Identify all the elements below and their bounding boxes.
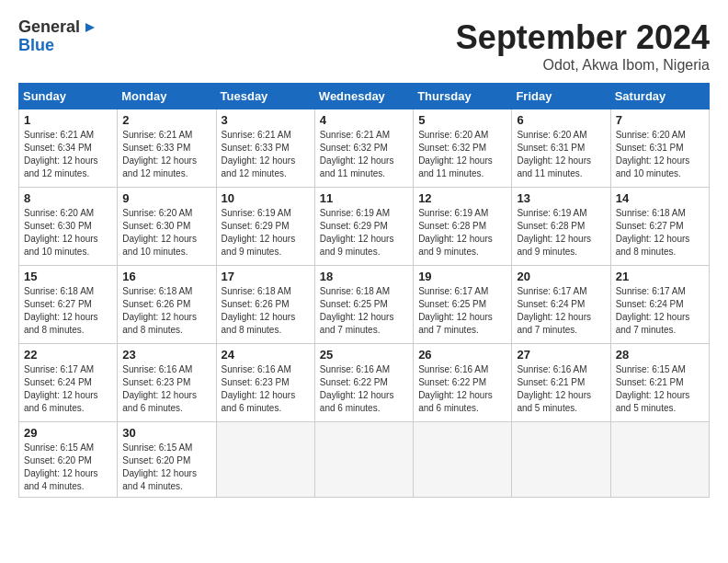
day-cell-17: 17Sunrise: 6:18 AMSunset: 6:26 PMDayligh… bbox=[216, 266, 314, 344]
day-info: Sunrise: 6:15 AMSunset: 6:20 PMDaylight:… bbox=[24, 442, 112, 493]
weekday-header-tuesday: Tuesday bbox=[216, 84, 314, 109]
day-info: Sunrise: 6:20 AMSunset: 6:30 PMDaylight:… bbox=[122, 207, 210, 259]
day-cell-1: 1Sunrise: 6:21 AMSunset: 6:34 PMDaylight… bbox=[19, 109, 118, 188]
empty-cell bbox=[314, 422, 413, 498]
day-cell-28: 28Sunrise: 6:15 AMSunset: 6:21 PMDayligh… bbox=[610, 344, 709, 422]
day-cell-10: 10Sunrise: 6:19 AMSunset: 6:29 PMDayligh… bbox=[216, 188, 314, 266]
day-info: Sunrise: 6:20 AMSunset: 6:32 PMDaylight:… bbox=[418, 129, 506, 180]
day-cell-4: 4Sunrise: 6:21 AMSunset: 6:32 PMDaylight… bbox=[314, 109, 413, 188]
day-number: 15 bbox=[24, 270, 112, 283]
day-info: Sunrise: 6:19 AMSunset: 6:28 PMDaylight:… bbox=[517, 207, 605, 259]
empty-cell bbox=[512, 422, 610, 498]
day-info: Sunrise: 6:16 AMSunset: 6:22 PMDaylight:… bbox=[418, 363, 506, 415]
month-title: September 2024 bbox=[456, 18, 710, 57]
day-cell-21: 21Sunrise: 6:17 AMSunset: 6:24 PMDayligh… bbox=[610, 266, 709, 344]
day-info: Sunrise: 6:17 AMSunset: 6:25 PMDaylight:… bbox=[418, 285, 506, 337]
day-info: Sunrise: 6:17 AMSunset: 6:24 PMDaylight:… bbox=[616, 285, 704, 337]
day-cell-26: 26Sunrise: 6:16 AMSunset: 6:22 PMDayligh… bbox=[414, 344, 512, 422]
day-number: 6 bbox=[517, 113, 605, 127]
logo: General Blue bbox=[18, 18, 98, 55]
day-cell-11: 11Sunrise: 6:19 AMSunset: 6:29 PMDayligh… bbox=[314, 188, 413, 266]
day-info: Sunrise: 6:21 AMSunset: 6:32 PMDaylight:… bbox=[320, 129, 408, 180]
day-number: 16 bbox=[122, 270, 210, 283]
day-info: Sunrise: 6:16 AMSunset: 6:21 PMDaylight:… bbox=[517, 363, 605, 415]
empty-cell bbox=[414, 422, 512, 498]
weekday-header-saturday: Saturday bbox=[610, 84, 709, 109]
day-cell-12: 12Sunrise: 6:19 AMSunset: 6:28 PMDayligh… bbox=[414, 188, 512, 266]
day-number: 12 bbox=[418, 191, 506, 205]
day-cell-8: 8Sunrise: 6:20 AMSunset: 6:30 PMDaylight… bbox=[19, 188, 118, 266]
svg-marker-0 bbox=[85, 23, 95, 32]
day-number: 10 bbox=[222, 191, 310, 205]
day-info: Sunrise: 6:21 AMSunset: 6:33 PMDaylight:… bbox=[222, 129, 310, 180]
day-number: 5 bbox=[418, 113, 506, 127]
day-number: 29 bbox=[24, 426, 112, 440]
day-info: Sunrise: 6:19 AMSunset: 6:29 PMDaylight:… bbox=[222, 207, 310, 259]
day-number: 23 bbox=[122, 348, 210, 362]
day-info: Sunrise: 6:18 AMSunset: 6:26 PMDaylight:… bbox=[222, 285, 310, 337]
calendar-table: SundayMondayTuesdayWednesdayThursdayFrid… bbox=[18, 83, 710, 498]
day-info: Sunrise: 6:17 AMSunset: 6:24 PMDaylight:… bbox=[24, 363, 112, 415]
day-info: Sunrise: 6:18 AMSunset: 6:27 PMDaylight:… bbox=[616, 207, 704, 259]
day-info: Sunrise: 6:20 AMSunset: 6:31 PMDaylight:… bbox=[517, 129, 605, 180]
empty-cell bbox=[610, 422, 709, 498]
day-number: 30 bbox=[122, 426, 210, 440]
day-number: 26 bbox=[418, 348, 506, 362]
calendar-week-5: 29Sunrise: 6:15 AMSunset: 6:20 PMDayligh… bbox=[19, 422, 710, 498]
day-cell-2: 2Sunrise: 6:21 AMSunset: 6:33 PMDaylight… bbox=[118, 109, 216, 188]
day-info: Sunrise: 6:19 AMSunset: 6:28 PMDaylight:… bbox=[418, 207, 506, 259]
day-number: 13 bbox=[517, 191, 605, 205]
day-cell-9: 9Sunrise: 6:20 AMSunset: 6:30 PMDaylight… bbox=[118, 188, 216, 266]
weekday-header-friday: Friday bbox=[512, 84, 610, 109]
day-number: 20 bbox=[517, 270, 605, 283]
day-cell-5: 5Sunrise: 6:20 AMSunset: 6:32 PMDaylight… bbox=[414, 109, 512, 188]
day-info: Sunrise: 6:17 AMSunset: 6:24 PMDaylight:… bbox=[517, 285, 605, 337]
day-cell-22: 22Sunrise: 6:17 AMSunset: 6:24 PMDayligh… bbox=[19, 344, 118, 422]
day-number: 28 bbox=[616, 348, 704, 362]
day-cell-30: 30Sunrise: 6:15 AMSunset: 6:20 PMDayligh… bbox=[118, 422, 216, 498]
day-number: 22 bbox=[24, 348, 112, 362]
weekday-header-monday: Monday bbox=[118, 84, 216, 109]
day-number: 8 bbox=[24, 191, 112, 205]
day-info: Sunrise: 6:15 AMSunset: 6:21 PMDaylight:… bbox=[616, 363, 704, 415]
day-number: 27 bbox=[517, 348, 605, 362]
location-title: Odot, Akwa Ibom, Nigeria bbox=[456, 57, 710, 74]
day-info: Sunrise: 6:21 AMSunset: 6:33 PMDaylight:… bbox=[122, 129, 210, 180]
day-cell-27: 27Sunrise: 6:16 AMSunset: 6:21 PMDayligh… bbox=[512, 344, 610, 422]
day-info: Sunrise: 6:16 AMSunset: 6:22 PMDaylight:… bbox=[320, 363, 408, 415]
day-cell-13: 13Sunrise: 6:19 AMSunset: 6:28 PMDayligh… bbox=[512, 188, 610, 266]
day-info: Sunrise: 6:21 AMSunset: 6:34 PMDaylight:… bbox=[24, 129, 112, 180]
day-info: Sunrise: 6:15 AMSunset: 6:20 PMDaylight:… bbox=[122, 442, 210, 493]
day-number: 9 bbox=[122, 191, 210, 205]
day-info: Sunrise: 6:18 AMSunset: 6:27 PMDaylight:… bbox=[24, 285, 112, 337]
day-info: Sunrise: 6:18 AMSunset: 6:26 PMDaylight:… bbox=[122, 285, 210, 337]
day-cell-14: 14Sunrise: 6:18 AMSunset: 6:27 PMDayligh… bbox=[610, 188, 709, 266]
day-cell-18: 18Sunrise: 6:18 AMSunset: 6:25 PMDayligh… bbox=[314, 266, 413, 344]
day-number: 3 bbox=[222, 113, 310, 127]
calendar-week-1: 1Sunrise: 6:21 AMSunset: 6:34 PMDaylight… bbox=[19, 109, 710, 188]
day-number: 1 bbox=[24, 113, 112, 127]
weekday-header-sunday: Sunday bbox=[19, 84, 118, 109]
calendar-week-4: 22Sunrise: 6:17 AMSunset: 6:24 PMDayligh… bbox=[19, 344, 710, 422]
day-cell-7: 7Sunrise: 6:20 AMSunset: 6:31 PMDaylight… bbox=[610, 109, 709, 188]
day-info: Sunrise: 6:16 AMSunset: 6:23 PMDaylight:… bbox=[122, 363, 210, 415]
day-cell-19: 19Sunrise: 6:17 AMSunset: 6:25 PMDayligh… bbox=[414, 266, 512, 344]
day-number: 14 bbox=[616, 191, 704, 205]
day-info: Sunrise: 6:20 AMSunset: 6:31 PMDaylight:… bbox=[616, 129, 704, 180]
logo-general-text: General bbox=[18, 18, 80, 37]
day-cell-6: 6Sunrise: 6:20 AMSunset: 6:31 PMDaylight… bbox=[512, 109, 610, 188]
day-info: Sunrise: 6:19 AMSunset: 6:29 PMDaylight:… bbox=[320, 207, 408, 259]
day-number: 24 bbox=[222, 348, 310, 362]
day-number: 25 bbox=[320, 348, 408, 362]
empty-cell bbox=[216, 422, 314, 498]
day-cell-16: 16Sunrise: 6:18 AMSunset: 6:26 PMDayligh… bbox=[118, 266, 216, 344]
day-cell-29: 29Sunrise: 6:15 AMSunset: 6:20 PMDayligh… bbox=[19, 422, 118, 498]
day-cell-20: 20Sunrise: 6:17 AMSunset: 6:24 PMDayligh… bbox=[512, 266, 610, 344]
day-number: 21 bbox=[616, 270, 704, 283]
calendar-header-row: SundayMondayTuesdayWednesdayThursdayFrid… bbox=[19, 84, 710, 109]
weekday-header-wednesday: Wednesday bbox=[314, 84, 413, 109]
day-info: Sunrise: 6:18 AMSunset: 6:25 PMDaylight:… bbox=[320, 285, 408, 337]
day-number: 19 bbox=[418, 270, 506, 283]
day-cell-24: 24Sunrise: 6:16 AMSunset: 6:23 PMDayligh… bbox=[216, 344, 314, 422]
logo-graphic: General Blue bbox=[18, 18, 98, 55]
